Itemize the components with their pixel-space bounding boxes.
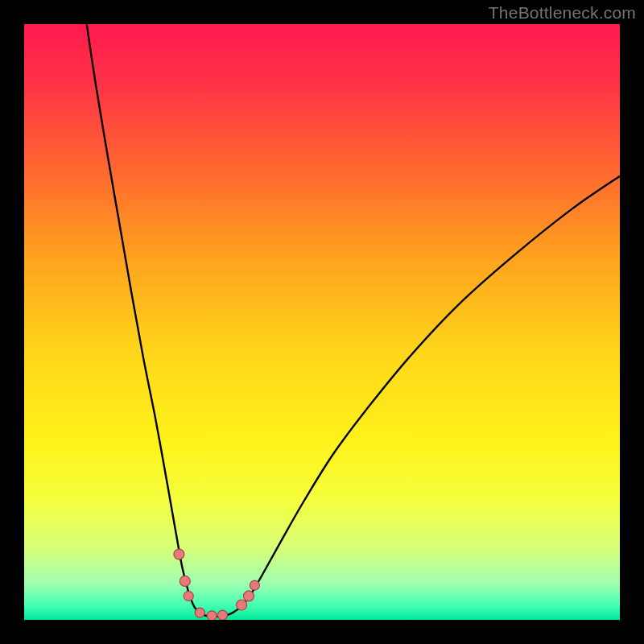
chart-frame: TheBottleneck.com (0, 0, 644, 644)
chart-svg (24, 24, 620, 620)
data-marker (207, 611, 217, 620)
plot-area (24, 24, 620, 620)
data-marker (174, 549, 184, 559)
data-marker (237, 600, 247, 610)
data-marker (217, 610, 227, 620)
data-marker (243, 591, 254, 601)
gradient-background (24, 24, 620, 620)
data-marker (180, 576, 190, 586)
data-marker (184, 591, 193, 601)
data-marker (195, 608, 204, 617)
watermark-text: TheBottleneck.com (489, 3, 636, 23)
data-marker (250, 580, 259, 590)
